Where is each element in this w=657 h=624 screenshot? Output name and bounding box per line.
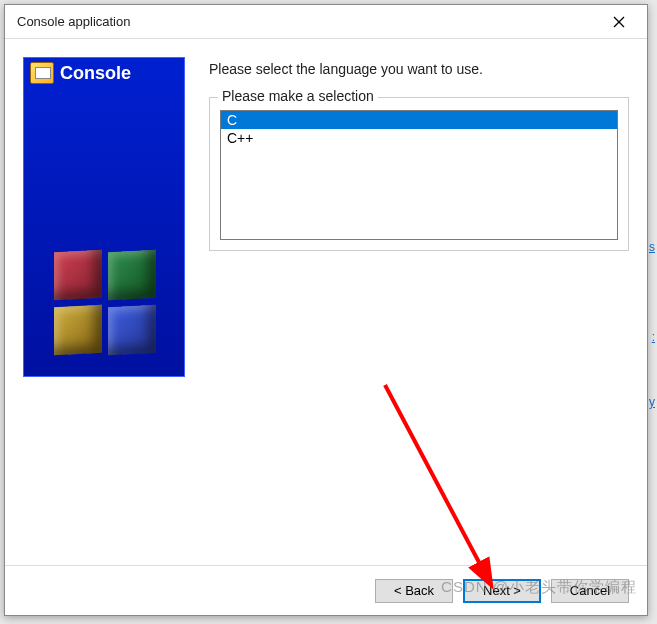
next-button[interactable]: Next >	[463, 579, 541, 603]
console-header: Console	[24, 58, 184, 88]
button-row: < Back Next > Cancel	[5, 565, 647, 615]
bg-link: y	[649, 395, 655, 409]
console-application-dialog: Console application Console Please selec…	[4, 4, 648, 616]
list-item-cpp[interactable]: C++	[221, 129, 617, 147]
cube-green-icon	[108, 250, 156, 301]
bg-link: s	[649, 240, 655, 254]
dialog-content: Console Please select the language you w…	[5, 39, 647, 565]
selection-fieldset: Please make a selection C C++	[209, 97, 629, 251]
cube-blue-icon	[108, 305, 156, 356]
close-icon	[613, 16, 625, 28]
fieldset-legend: Please make a selection	[218, 88, 378, 104]
wizard-sidebar: Console	[23, 57, 185, 377]
console-label: Console	[60, 63, 131, 84]
list-item-c[interactable]: C	[221, 111, 617, 129]
main-area: Please select the language you want to u…	[209, 57, 629, 547]
bg-link: :	[652, 330, 655, 344]
cube-red-icon	[54, 250, 102, 301]
cubes-graphic	[46, 251, 166, 366]
cube-yellow-icon	[54, 305, 102, 356]
instruction-text: Please select the language you want to u…	[209, 61, 629, 77]
cancel-button[interactable]: Cancel	[551, 579, 629, 603]
close-button[interactable]	[603, 10, 635, 34]
console-app-icon	[30, 62, 54, 84]
titlebar: Console application	[5, 5, 647, 39]
dialog-title: Console application	[17, 14, 603, 29]
language-listbox[interactable]: C C++	[220, 110, 618, 240]
back-button[interactable]: < Back	[375, 579, 453, 603]
